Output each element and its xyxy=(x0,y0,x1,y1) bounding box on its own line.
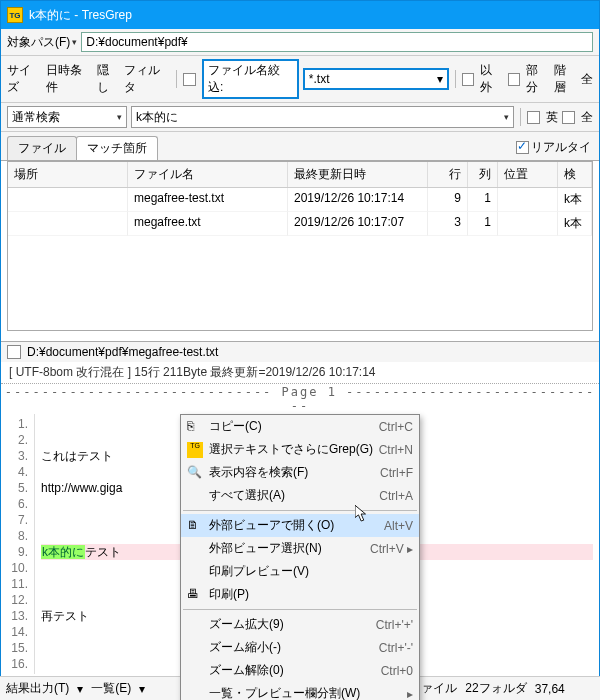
zen-check[interactable] xyxy=(562,111,575,124)
ctx-label: 外部ビューアで開く(O) xyxy=(209,517,334,534)
except-check[interactable] xyxy=(462,73,475,86)
table-row[interactable]: megafree-test.txt 2019/12/26 10:17:14 9 … xyxy=(8,188,592,212)
filename-filter-check[interactable] xyxy=(183,73,196,86)
hier-button[interactable]: 階層 xyxy=(554,62,577,96)
search-icon: 🔍 xyxy=(187,465,203,481)
ctx-shortcut: Ctrl+N xyxy=(379,443,413,457)
col-col[interactable]: 列 xyxy=(468,162,498,187)
ctx-label: コピー(C) xyxy=(209,418,262,435)
status-bytes: 37,64 xyxy=(535,682,565,696)
cell xyxy=(8,212,128,236)
divider xyxy=(520,108,521,126)
col-line[interactable]: 行 xyxy=(428,162,468,187)
zen-label: 全 xyxy=(581,109,593,126)
separator xyxy=(183,510,417,511)
cell: 1 xyxy=(468,188,498,212)
chevron-down-icon[interactable]: ▾ xyxy=(504,112,509,122)
ctx-shortcut: Ctrl+F xyxy=(380,466,413,480)
status-folders: 22フォルダ xyxy=(465,680,526,697)
ctx-select-external[interactable]: 外部ビューア選択(N)Ctrl+V ▸ xyxy=(181,537,419,560)
status-list[interactable]: 一覧(E) xyxy=(91,680,131,697)
search-query-input[interactable]: k本的に▾ xyxy=(131,106,514,128)
chevron-down-icon[interactable]: ▾ xyxy=(117,112,122,122)
filename-filter-input[interactable]: *.txt▾ xyxy=(303,68,449,90)
ctx-label: ズーム縮小(-) xyxy=(209,639,281,656)
realtime-toggle[interactable]: リアルタイ xyxy=(508,135,599,160)
titlebar[interactable]: TG k本的に - TresGrep xyxy=(1,1,599,29)
ctx-shortcut: Ctrl+C xyxy=(379,420,413,434)
eng-check[interactable] xyxy=(527,111,540,124)
realtime-check[interactable] xyxy=(516,141,529,154)
ctx-shortcut: Ctrl+0 xyxy=(381,664,413,678)
ctx-shortcut: Ctrl+A xyxy=(379,489,413,503)
col-place[interactable]: 場所 xyxy=(8,162,128,187)
cell: 9 xyxy=(428,188,468,212)
ctx-shortcut: Ctrl+V ▸ xyxy=(370,542,413,556)
ctx-print-preview[interactable]: 印刷プレビュー(V) xyxy=(181,560,419,583)
grid-header: 場所 ファイル名 最終更新日時 行 列 位置 検 xyxy=(8,162,592,188)
hidden-filter[interactable]: 隠し xyxy=(97,62,120,96)
ctx-print[interactable]: 🖶印刷(P) xyxy=(181,583,419,606)
toolbar-row-path: 対象パス(F) D:¥document¥pdf¥ xyxy=(1,29,599,56)
ctx-split[interactable]: 一覧・プレビュー欄分割(W)▸ xyxy=(181,682,419,700)
separator xyxy=(183,609,417,610)
ctx-zoom-reset[interactable]: ズーム解除(0)Ctrl+0 xyxy=(181,659,419,682)
ctx-shortcut: Ctrl+'-' xyxy=(379,641,413,655)
ctx-open-external[interactable]: 🗎外部ビューアで開く(O)Alt+V xyxy=(181,514,419,537)
search-mode-value: 通常検索 xyxy=(12,109,60,126)
divider xyxy=(176,70,177,88)
toolbar-row-filters: サイズ 日時条件 隠し フィルタ ファイル名絞込: *.txt▾ 以外 部分 階… xyxy=(1,56,599,103)
ctx-shortcut: ▸ xyxy=(407,687,413,701)
results-grid[interactable]: 場所 ファイル名 最終更新日時 行 列 位置 検 megafree-test.t… xyxy=(7,161,593,331)
ctx-label: 一覧・プレビュー欄分割(W) xyxy=(209,685,360,700)
size-filter[interactable]: サイズ xyxy=(7,62,42,96)
col-pos[interactable]: 位置 xyxy=(498,162,558,187)
chevron-down-icon[interactable]: ▾ xyxy=(437,72,443,86)
table-row[interactable]: megafree.txt 2019/12/26 10:17:07 3 1 k本 xyxy=(8,212,592,236)
line-text: テスト xyxy=(85,545,121,559)
eng-label: 英 xyxy=(546,109,558,126)
grid-body: megafree-test.txt 2019/12/26 10:17:14 9 … xyxy=(8,188,592,236)
divider xyxy=(455,70,456,88)
search-mode-select[interactable]: 通常検索▾ xyxy=(7,106,127,128)
tab-match[interactable]: マッチ箇所 xyxy=(76,136,158,160)
ctx-label: 表示内容を検索(F) xyxy=(209,464,308,481)
ctx-zoom-out[interactable]: ズーム縮小(-)Ctrl+'-' xyxy=(181,636,419,659)
except-label: 以外 xyxy=(480,62,503,96)
col-name[interactable]: ファイル名 xyxy=(128,162,288,187)
cell: megafree.txt xyxy=(128,212,288,236)
page-marker: ----------------------------- Page 1 ---… xyxy=(1,384,599,414)
cell: 1 xyxy=(468,212,498,236)
toolbar-row-search: 通常検索▾ k本的に▾ 英 全 xyxy=(1,103,599,132)
path-input[interactable]: D:¥document¥pdf¥ xyxy=(81,32,593,52)
grep-icon: TG xyxy=(187,442,203,458)
line-gutter: 1.2.3.4.5.6.7.8.9.10.11.12.13.14.15.16. xyxy=(1,414,35,674)
ctx-zoom-in[interactable]: ズーム拡大(9)Ctrl+'+' xyxy=(181,613,419,636)
status-output[interactable]: 結果出力(T) xyxy=(6,680,69,697)
ctx-label: 選択テキストでさらにGrep(G) xyxy=(209,441,373,458)
filter-menu[interactable]: フィルタ xyxy=(124,62,171,96)
cell: 2019/12/26 10:17:14 xyxy=(288,188,428,212)
context-menu[interactable]: ⎘コピー(C)Ctrl+C TG選択テキストでさらにGrep(G)Ctrl+N … xyxy=(180,414,420,700)
ctx-grep[interactable]: TG選択テキストでさらにGrep(G)Ctrl+N xyxy=(181,438,419,461)
filename-filter-label: ファイル名絞込: xyxy=(202,59,299,99)
file-meta: [ UTF-8bom 改行混在 ] 15行 211Byte 最終更新=2019/… xyxy=(1,362,599,384)
app-icon: TG xyxy=(7,7,23,23)
partial-check[interactable] xyxy=(508,73,521,86)
ctx-label: ズーム拡大(9) xyxy=(209,616,284,633)
doc-icon: 🗎 xyxy=(187,518,203,534)
all-label[interactable]: 全 xyxy=(581,71,593,88)
filename-filter-value: *.txt xyxy=(309,72,330,86)
ctx-find[interactable]: 🔍表示内容を検索(F)Ctrl+F xyxy=(181,461,419,484)
cell: megafree-test.txt xyxy=(128,188,288,212)
col-rest[interactable]: 検 xyxy=(558,162,592,187)
tab-file[interactable]: ファイル xyxy=(7,136,77,160)
ctx-copy[interactable]: ⎘コピー(C)Ctrl+C xyxy=(181,415,419,438)
ctx-select-all[interactable]: すべて選択(A)Ctrl+A xyxy=(181,484,419,507)
cell: k本 xyxy=(558,212,592,236)
chevron-down-icon: ▾ xyxy=(77,682,83,696)
col-date[interactable]: 最終更新日時 xyxy=(288,162,428,187)
datetime-filter[interactable]: 日時条件 xyxy=(46,62,93,96)
ctx-label: 印刷プレビュー(V) xyxy=(209,563,309,580)
path-label[interactable]: 対象パス(F) xyxy=(7,34,77,51)
